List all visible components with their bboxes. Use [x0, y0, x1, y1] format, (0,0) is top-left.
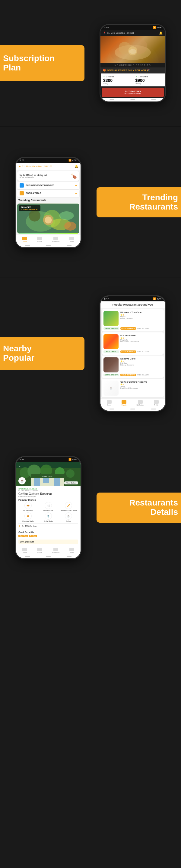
gallery-button[interactable]: View Gallery [64, 482, 78, 485]
nav3-profile[interactable]: Profile [154, 400, 159, 406]
nav-popular[interactable]: Popular [37, 237, 42, 242]
restaurant-card-kinaara[interactable]: Kinaara - The Cafe ⭐ $ Pipled Pasta, Chi… [102, 309, 164, 332]
phone1-header: 📍 31, Mota Varachha, , 394101 🔔 [100, 30, 165, 36]
trending-title-line2: Restaurants [129, 202, 178, 212]
pricing-cell-12month: ✓ 12 months $900 365day [133, 73, 165, 86]
svg-point-10 [59, 211, 74, 220]
nav3-notification[interactable]: Notification [136, 400, 144, 406]
notification-label-3: Notification [136, 404, 144, 406]
dish-item-5[interactable]: ☕ Coffees [59, 513, 78, 522]
home-icon-3 [107, 400, 112, 404]
sys-btn-home-4[interactable] [46, 556, 51, 557]
nav3-popular[interactable]: Popular [122, 400, 127, 406]
rc-image-1 [103, 311, 119, 326]
sys-btn-home[interactable] [130, 99, 135, 100]
rc-badge-row-2: EXTRA 10% OFF GOLD BENEFITS FREE DELIVER… [103, 350, 162, 353]
signal-icons-2: 📶 47% [69, 159, 77, 162]
dish-item-1[interactable]: 🍽️ Sizzler Classic [38, 502, 58, 512]
svg-point-4 [129, 49, 136, 54]
sys-btn-back-2[interactable] [25, 245, 30, 246]
dollar-icon-1: ⭐ [120, 314, 123, 316]
sys-btn-recent-2[interactable] [67, 245, 72, 246]
nav4-profile[interactable]: Profile [69, 548, 74, 553]
sys-btn-home-3[interactable] [130, 408, 135, 409]
extra-badge-3: EXTRA 40% OFF [103, 374, 119, 376]
rc-image-2 [103, 334, 119, 349]
phone-mockup-subscription: 5:44 📶 49% 📍 31, Mota Varachha, , 394101… [100, 24, 166, 102]
details-label: Restaurants Details [129, 498, 178, 517]
back-arrow-icon[interactable]: ← [18, 464, 22, 468]
popular-label: Popular [37, 241, 42, 242]
bell-icon-1[interactable]: 🔔 [159, 31, 163, 35]
profile-label-3: Profile [154, 404, 158, 406]
dish-label-2: Garlic Bread with Cheese [60, 510, 77, 512]
rc-cuisine-type-4: Fast Food, Beverages [120, 387, 162, 389]
sys-btn-back[interactable] [109, 99, 114, 100]
nav4-notification[interactable]: Notification [52, 548, 59, 553]
explore-dineout-button[interactable]: EXPLORE GOEAT DINEOUT ● [17, 182, 79, 189]
nav-profile[interactable]: Profile [69, 237, 74, 242]
dish-label-3: Chocolate Waffle [22, 520, 34, 522]
location-text-2: 31, Mota Varachha , 394101 [22, 165, 52, 168]
dish-item-3[interactable]: 🧇 Chocolate Waffle [18, 513, 38, 522]
explore-icon-sq [20, 183, 24, 188]
profile-label: Profile [70, 241, 74, 242]
dish-label-5: Coffees [66, 520, 71, 522]
sys-btn-back-4[interactable] [25, 556, 30, 557]
bell-icon-2[interactable]: 🔔 [75, 165, 78, 168]
rc-image-3 [103, 358, 119, 372]
book-icon-sq [20, 191, 24, 195]
details-title-line2: Details [129, 507, 178, 517]
trending-restaurants-title: Trending Restaurants [16, 197, 81, 202]
dish-item-0[interactable]: 🧇 Tex Mex Waffle [18, 502, 38, 512]
pricing-grid: ✓ 3 month $300 90day ✓ 12 months $900 36… [101, 73, 165, 86]
discount-percent: 20% OFF [21, 206, 38, 209]
popular-icon-4 [37, 548, 42, 551]
trending-restaurant-card[interactable]: 20% OFF TODAY'S DISCOUNT [17, 204, 79, 234]
location-display-2: 31, Mota Varachha , 394101 [22, 165, 52, 168]
sys-btn-recent[interactable] [151, 99, 156, 100]
nav-notification[interactable]: Notification [52, 237, 59, 242]
buy-button[interactable]: BUY EASYGO at $100 for 3 month [102, 88, 164, 97]
rc-info-3: Daddys Cake ⭐ $ Pal Gam Bakery, Desserts [120, 358, 162, 372]
phone2-screen: 5:53 📶 47% ➤ 31, Mota Varachha , 394101 … [16, 158, 81, 247]
sys-btn-home-2[interactable] [46, 245, 51, 246]
restaurant-card-daddyscake[interactable]: Daddys Cake ⭐ $ Pal Gam Bakery, Desserts… [102, 355, 164, 378]
home-icon [22, 237, 27, 240]
dish-icon-2: 🥖 [65, 502, 72, 509]
subscription-title-line2: Plan [3, 63, 55, 72]
dish-item-4[interactable]: 🥤 Kit Kat Shake [38, 513, 58, 522]
status-bar-2: 5:53 📶 47% [16, 158, 81, 163]
nav4-popular[interactable]: Popular [37, 548, 42, 553]
phone-mockup-nearby: 5:47 📶 48% Popular Restaurant around you… [100, 296, 166, 411]
discount-title: 10% Discount [20, 541, 76, 543]
subscription-label: Subscription Plan [3, 54, 55, 72]
status-bar-4: 5:49 📶 46% [16, 457, 81, 462]
nav-home[interactable]: Home [22, 237, 27, 242]
gold-benefits-title: Gold Benefits [18, 531, 78, 533]
book-table-button[interactable]: BOOK A TABLE ● [17, 190, 79, 197]
nav3-home[interactable]: Home [107, 400, 112, 406]
subscription-section: Subscription Plan 5:44 📶 49% 📍 31, Mota … [0, 0, 181, 126]
dish-label-1: Sizzler Classic [44, 510, 53, 512]
rc-info-4: Coffee Culture Reserve ⭐ $ Surat Fast Fo… [120, 380, 162, 396]
fire-icon: 🎁 [103, 69, 106, 72]
restaurant-hero: coffee cultu... ← ☕ View Gallery [16, 462, 81, 486]
notification-icon-4 [53, 548, 58, 551]
sys-btn-back-3[interactable] [109, 408, 114, 409]
dish-icon-1: 🍽️ [45, 502, 52, 509]
sys-btn-recent-4[interactable] [67, 556, 72, 557]
rc-name-2: K's Verandah [120, 334, 162, 337]
notification-label-4: Notification [52, 552, 59, 553]
nav4-home[interactable]: Home [22, 548, 27, 553]
rc-rating-1: ⭐ $ [120, 314, 162, 316]
popular-icon [37, 237, 42, 240]
free-delivery-2: FREE DELIVERY [137, 351, 149, 352]
profile-label-4: Profile [70, 552, 74, 553]
trending-title-line1: Trending [129, 193, 178, 202]
signal-icons-1: 📶 49% [153, 26, 161, 29]
dish-item-2[interactable]: 🥖 Garlic Bread with Cheese [59, 502, 78, 512]
restaurant-card-ksverandah[interactable]: K's Verandah ⭐ $ Magdalla Pan-Asian, Con… [102, 332, 164, 355]
sys-btn-recent-3[interactable] [151, 408, 156, 409]
restaurant-card-coffeecult[interactable]: ☕ Coffee Culture Reserve ⭐ $ Surat Fast … [102, 379, 164, 397]
